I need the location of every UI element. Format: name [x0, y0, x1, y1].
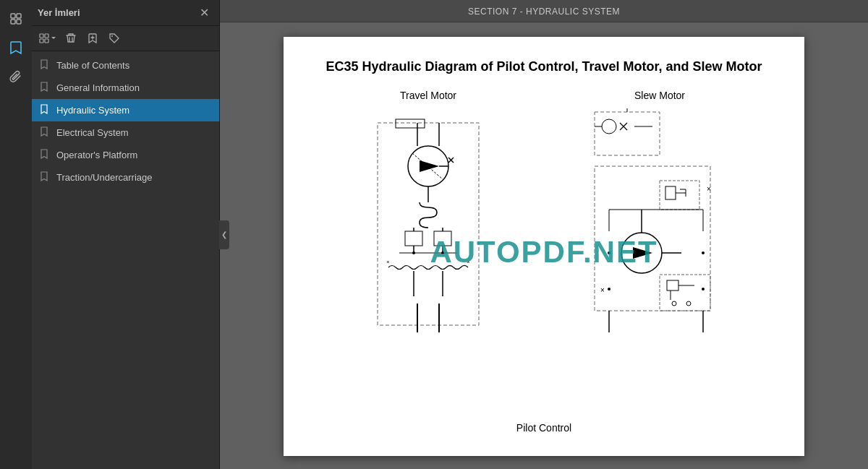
sidebar-item-traction-undercarriage[interactable]: Traction/Undercarriage — [32, 166, 219, 189]
sidebar-toolbar — [32, 26, 219, 51]
svg-rect-3 — [17, 20, 21, 24]
add-bookmark-button[interactable] — [82, 29, 103, 48]
sidebar-header: Yer İmleri ✕ — [32, 0, 219, 26]
sidebar-item-hydraulic-system[interactable]: Hydraulic System — [32, 99, 219, 121]
travel-motor-section: Travel Motor — [324, 90, 532, 415]
svg-rect-56 — [667, 280, 678, 291]
delete-button[interactable] — [61, 29, 81, 48]
svg-rect-5 — [45, 34, 48, 38]
document-page: EC35 Hydraulic Diagram of Pilot Control,… — [284, 37, 804, 456]
sidebar-item-general-information[interactable]: General Information — [32, 77, 219, 99]
svg-point-62 — [702, 288, 705, 291]
pages-button[interactable] — [3, 6, 29, 32]
diagram-area: Travel Motor — [312, 90, 775, 415]
close-button[interactable]: ✕ — [195, 4, 213, 21]
sidebar-item-table-of-contents[interactable]: Table of Contents — [32, 54, 219, 77]
svg-marker-11 — [420, 160, 439, 172]
slew-motor-label: Slew Motor — [634, 90, 685, 101]
svg-point-36 — [602, 119, 616, 134]
travel-motor-label: Travel Motor — [400, 90, 456, 101]
svg-rect-7 — [45, 39, 48, 43]
view-dropdown-button[interactable] — [36, 29, 59, 48]
svg-text:×: × — [600, 286, 605, 294]
attachments-button[interactable] — [3, 64, 29, 90]
svg-rect-6 — [40, 39, 43, 43]
icon-bar — [0, 0, 32, 469]
svg-text:×: × — [386, 259, 390, 265]
svg-rect-0 — [11, 14, 15, 18]
svg-rect-1 — [17, 14, 21, 18]
sidebar-title: Yer İmleri — [38, 7, 80, 18]
sidebar-content: Table of Contents General Information Hy… — [32, 51, 219, 469]
svg-rect-9 — [378, 123, 479, 325]
svg-rect-35 — [595, 112, 660, 155]
svg-rect-42 — [595, 166, 710, 311]
svg-rect-44 — [665, 186, 676, 199]
sidebar-item-electrical-system[interactable]: Electrical System — [32, 121, 219, 144]
tag-button[interactable] — [104, 29, 124, 48]
sidebar-item-label: Electrical System — [56, 127, 129, 138]
svg-point-60 — [608, 288, 610, 291]
bookmark-icon — [41, 171, 51, 184]
svg-rect-20 — [405, 231, 422, 246]
sidebar: Yer İmleri ✕ — [32, 0, 220, 469]
sidebar-item-label: General Information — [56, 82, 140, 93]
svg-rect-4 — [40, 34, 43, 38]
svg-marker-47 — [633, 247, 652, 259]
svg-point-64 — [686, 301, 691, 306]
svg-text:×: × — [467, 259, 470, 265]
sidebar-item-label: Traction/Undercarriage — [56, 172, 152, 183]
page-header: SECTION 7 - HYDRAULIC SYSTEM — [220, 0, 868, 22]
sidebar-item-label: Hydraulic System — [56, 105, 129, 116]
svg-point-63 — [672, 301, 676, 306]
svg-point-59 — [608, 251, 610, 254]
pilot-control-label: Pilot Control — [312, 422, 775, 434]
svg-point-8 — [111, 35, 113, 37]
collapse-handle[interactable]: ❮ — [219, 220, 229, 249]
svg-text:×: × — [707, 185, 711, 193]
main-content: SECTION 7 - HYDRAULIC SYSTEM EC35 Hydrau… — [220, 0, 868, 469]
svg-rect-21 — [434, 231, 451, 246]
bookmark-icon — [41, 59, 51, 72]
bookmark-icon — [41, 104, 51, 116]
bookmarks-button[interactable] — [3, 35, 29, 61]
svg-point-33 — [412, 251, 415, 254]
slew-motor-section: Slew Motor — [556, 90, 764, 415]
page-area[interactable]: EC35 Hydraulic Diagram of Pilot Control,… — [220, 22, 868, 469]
svg-point-61 — [702, 251, 705, 254]
sidebar-item-label: Operator's Platform — [56, 150, 137, 160]
document-title: EC35 Hydraulic Diagram of Pilot Control,… — [312, 59, 775, 75]
slew-motor-diagram: × × — [587, 108, 732, 361]
svg-rect-16 — [396, 119, 425, 128]
svg-point-34 — [441, 251, 444, 254]
sidebar-item-label: Table of Contents — [56, 60, 129, 71]
section-title: SECTION 7 - HYDRAULIC SYSTEM — [468, 7, 620, 17]
bookmark-icon — [41, 82, 51, 94]
travel-motor-diagram: × × — [356, 108, 501, 361]
bookmark-icon — [41, 149, 51, 161]
svg-rect-2 — [11, 20, 15, 24]
bookmark-icon — [41, 126, 51, 139]
sidebar-item-operators-platform[interactable]: Operator's Platform — [32, 144, 219, 166]
